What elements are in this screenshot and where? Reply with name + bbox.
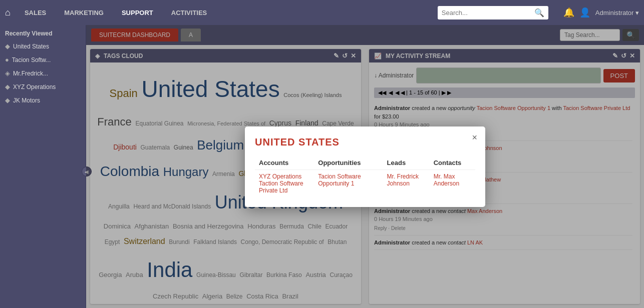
nav-icons: 🔔 👤 Administrator ▾ <box>563 7 639 18</box>
modal-close-button[interactable]: × <box>472 132 477 143</box>
nav-sales[interactable]: SALES <box>21 9 50 16</box>
top-navigation: ⌂ SALES MARKETING SUPPORT ACTIVITIES 🔍 🔔… <box>0 0 644 25</box>
col-contacts: Contacts <box>430 156 475 170</box>
max-contact-link[interactable]: Mr. Max Anderson <box>434 173 471 187</box>
sidebar-item-label: XYZ Operations <box>13 84 56 90</box>
nav-activities[interactable]: ACTIVITIES <box>167 9 211 16</box>
tacion-opp-link[interactable]: Tacion Software Opportunity 1 <box>318 173 379 187</box>
global-search: 🔍 <box>438 6 548 20</box>
flag-icon: ◆ <box>5 42 10 50</box>
admin-menu[interactable]: Administrator ▾ <box>595 9 639 16</box>
contacts-cell: Mr. Max Anderson <box>430 170 475 197</box>
sidebar-item-fredrick[interactable]: ◈ Mr.Fredrick... <box>0 66 86 80</box>
main-layout: ◀ Recently Viewed ◆ United States ● Taci… <box>0 25 644 308</box>
content-area: SUITECRM DASHBOARD A 🔍 ◈ TAGS CLOUD ✎ ↺ … <box>86 25 644 308</box>
taction-link[interactable]: Taction Software Private Ltd <box>259 180 310 194</box>
sidebar-item-label: JK Motors <box>13 97 40 104</box>
recently-viewed-title: Recently Viewed <box>0 25 86 40</box>
nav-support[interactable]: SUPPORT <box>118 9 157 16</box>
person-icon: ◈ <box>5 70 10 77</box>
modal-overlay[interactable]: UNITED STATES × Accounts Opportunities L… <box>86 25 644 308</box>
sidebar-item-label: United States <box>13 43 49 50</box>
modal-united-states: UNITED STATES × Accounts Opportunities L… <box>245 126 485 207</box>
company-icon2: ◆ <box>5 83 10 90</box>
col-opportunities: Opportunities <box>314 156 383 170</box>
sidebar-item-label: Tacion Softw... <box>12 56 51 64</box>
search-input[interactable] <box>442 9 532 16</box>
search-icon[interactable]: 🔍 <box>534 8 544 18</box>
sidebar-item-label: Mr.Fredrick... <box>13 70 48 77</box>
modal-title: UNITED STATES <box>255 136 475 148</box>
user-icon[interactable]: 👤 <box>579 7 590 18</box>
accounts-cell: XYZ Operations Taction Software Private … <box>255 170 314 197</box>
sidebar-item-xyz[interactable]: ◆ XYZ Operations <box>0 80 86 94</box>
leads-cell: Mr. Fredrick Johnson <box>383 170 430 197</box>
company-icon3: ◆ <box>5 96 10 104</box>
modal-table: Accounts Opportunities Leads Contacts XY… <box>255 156 475 197</box>
table-row: XYZ Operations Taction Software Private … <box>255 170 475 197</box>
col-accounts: Accounts <box>255 156 314 170</box>
sidebar-item-jk[interactable]: ◆ JK Motors <box>0 94 86 107</box>
fredrick-lead-link[interactable]: Mr. Fredrick Johnson <box>387 173 426 187</box>
sidebar: ◀ Recently Viewed ◆ United States ● Taci… <box>0 25 86 308</box>
sidebar-item-tacion[interactable]: ● Tacion Softw... <box>0 53 86 66</box>
company-icon: ● <box>5 56 9 64</box>
nav-marketing[interactable]: MARKETING <box>60 9 108 16</box>
xyz-operations-link[interactable]: XYZ Operations <box>259 173 310 180</box>
col-leads: Leads <box>383 156 430 170</box>
sidebar-item-united-states[interactable]: ◆ United States <box>0 40 86 53</box>
home-icon[interactable]: ⌂ <box>5 8 11 18</box>
notifications-icon[interactable]: 🔔 <box>563 7 574 18</box>
opportunities-cell: Tacion Software Opportunity 1 <box>314 170 383 197</box>
